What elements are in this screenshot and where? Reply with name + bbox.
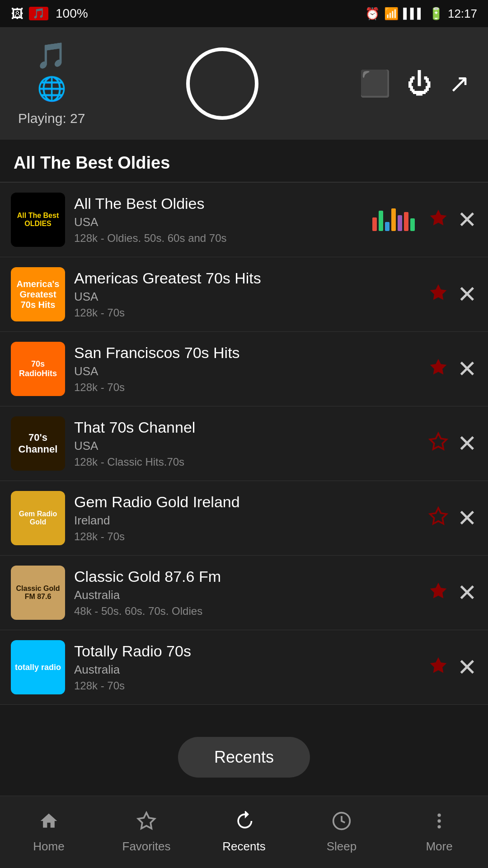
station-item-4[interactable]: 70's Channel That 70s Channel USA 128k -… xyxy=(0,406,488,481)
section-title: All The Best Oldies xyxy=(0,140,488,182)
share-icon[interactable]: ↗ xyxy=(449,69,470,98)
signal-icon: ▌▌▌ xyxy=(403,8,424,19)
station-actions-2: ✕ xyxy=(428,281,477,308)
station-logo-2: America's Greatest 70s Hits xyxy=(11,267,65,321)
station-logo-4: 70's Channel xyxy=(11,416,65,471)
battery-icon: 🔋 xyxy=(429,7,443,21)
station-bitrate-6: 48k - 50s. 60s. 70s. Oldies xyxy=(74,605,419,618)
recents-tooltip: Recents xyxy=(178,737,310,778)
station-country-4: USA xyxy=(74,439,419,453)
svg-marker-7 xyxy=(138,812,155,828)
svg-marker-1 xyxy=(430,284,447,300)
station-name-3: San Franciscos 70s Hits xyxy=(74,344,419,362)
eq-bar xyxy=(404,212,408,231)
station-bitrate-4: 128k - Classic Hits.70s xyxy=(74,456,419,468)
eq-bar xyxy=(372,217,377,231)
station-country-6: Australia xyxy=(74,588,419,602)
station-logo-1: All The Best OLDIES xyxy=(11,193,65,247)
station-item-7[interactable]: totally radio Totally Radio 70s Australi… xyxy=(0,630,488,705)
star-button-3[interactable] xyxy=(428,355,448,382)
station-info-7: Totally Radio 70s Australia 128k - 70s xyxy=(65,642,428,692)
favorites-icon xyxy=(136,811,156,836)
station-logo-5: Gem Radio Gold xyxy=(11,491,65,545)
station-item-5[interactable]: Gem Radio Gold Gem Radio Gold Ireland Ir… xyxy=(0,481,488,556)
content-area: 🎵 🌐 Playing: 27 ⬛ ⏻ ↗ All The Best Oldie… xyxy=(0,27,488,796)
station-item-2[interactable]: America's Greatest 70s Hits Americas Gre… xyxy=(0,257,488,332)
eq-bar xyxy=(398,215,402,231)
recents-icon xyxy=(234,811,254,836)
more-label: More xyxy=(426,840,452,854)
station-name-7: Totally Radio 70s xyxy=(74,642,419,660)
eq-bar xyxy=(410,218,415,231)
nav-recents[interactable]: Recents xyxy=(195,807,293,858)
station-info-2: Americas Greatest 70s Hits USA 128k - 70… xyxy=(65,269,428,319)
station-actions-7: ✕ xyxy=(428,654,477,681)
eq-bar xyxy=(391,208,396,231)
station-actions-4: ✕ xyxy=(428,430,477,457)
music-icon[interactable]: 🎵 xyxy=(36,41,67,71)
station-info-1: All The Best Oldies USA 128k - Oldies. 5… xyxy=(65,195,372,245)
star-button-4[interactable] xyxy=(428,430,448,457)
station-list: All The Best OLDIES All The Best Oldies … xyxy=(0,183,488,796)
nav-sleep[interactable]: Sleep xyxy=(293,807,390,858)
station-country-1: USA xyxy=(74,215,363,229)
remove-button-1[interactable]: ✕ xyxy=(457,206,477,233)
home-icon xyxy=(39,811,59,836)
sleep-icon xyxy=(332,811,352,836)
station-bitrate-5: 128k - 70s xyxy=(74,530,419,543)
svg-marker-5 xyxy=(430,583,447,599)
tooltip-text: Recents xyxy=(214,748,274,766)
wifi-icon: 📶 xyxy=(384,7,399,21)
star-button-5[interactable] xyxy=(428,505,448,532)
station-name-4: That 70s Channel xyxy=(74,419,419,436)
stop-icon[interactable]: ⬛ xyxy=(359,69,391,99)
sleep-label: Sleep xyxy=(327,840,357,854)
station-country-5: Ireland xyxy=(74,514,419,528)
recents-label: Recents xyxy=(222,840,265,854)
nav-home[interactable]: Home xyxy=(0,807,98,858)
station-bitrate-3: 128k - 70s xyxy=(74,381,419,394)
remove-button-3[interactable]: ✕ xyxy=(457,355,477,382)
station-country-7: Australia xyxy=(74,663,419,677)
remove-button-5[interactable]: ✕ xyxy=(457,505,477,532)
nav-favorites[interactable]: Favorites xyxy=(98,807,195,858)
station-info-4: That 70s Channel USA 128k - Classic Hits… xyxy=(65,419,428,468)
svg-point-11 xyxy=(437,825,441,828)
station-logo-7: totally radio xyxy=(11,640,65,694)
station-actions-6: ✕ xyxy=(428,579,477,606)
svg-point-9 xyxy=(437,813,441,816)
station-info-5: Gem Radio Gold Ireland Ireland 128k - 70… xyxy=(65,493,428,543)
nav-more[interactable]: More xyxy=(390,807,488,858)
remove-button-4[interactable]: ✕ xyxy=(457,430,477,457)
station-logo-6: Classic Gold FM 87.6 xyxy=(11,566,65,620)
battery-count: 100% xyxy=(56,6,88,21)
station-name-5: Gem Radio Gold Ireland xyxy=(74,493,419,511)
alarm-icon: ⏰ xyxy=(365,7,380,21)
remove-button-7[interactable]: ✕ xyxy=(457,654,477,681)
svg-point-10 xyxy=(437,819,441,822)
svg-marker-4 xyxy=(430,508,447,524)
remove-button-6[interactable]: ✕ xyxy=(457,579,477,606)
star-button-1[interactable] xyxy=(428,206,448,233)
star-button-6[interactable] xyxy=(428,579,448,606)
station-actions-3: ✕ xyxy=(428,355,477,382)
station-name-6: Classic Gold 87.6 Fm xyxy=(74,568,419,585)
station-item-1[interactable]: All The Best OLDIES All The Best Oldies … xyxy=(0,183,488,257)
globe-icon[interactable]: 🌐 xyxy=(37,75,66,103)
eq-bars xyxy=(372,208,415,231)
pause-button[interactable] xyxy=(186,47,258,120)
star-button-2[interactable] xyxy=(428,281,448,308)
time-display: 12:17 xyxy=(448,7,477,21)
station-item-6[interactable]: Classic Gold FM 87.6 Classic Gold 87.6 F… xyxy=(0,556,488,630)
station-item-3[interactable]: 70s RadioHits San Franciscos 70s Hits US… xyxy=(0,332,488,406)
favorites-label: Favorites xyxy=(122,840,171,854)
star-button-7[interactable] xyxy=(428,654,448,681)
station-name-1: All The Best Oldies xyxy=(74,195,363,212)
player-left-controls: 🎵 🌐 Playing: 27 xyxy=(18,41,85,126)
power-icon[interactable]: ⏻ xyxy=(407,69,432,98)
player-right-controls: ⬛ ⏻ ↗ xyxy=(359,69,470,99)
station-bitrate-7: 128k - 70s xyxy=(74,679,419,692)
remove-button-2[interactable]: ✕ xyxy=(457,281,477,308)
bottom-nav: Home Favorites Recents Sleep xyxy=(0,796,488,868)
svg-marker-3 xyxy=(430,434,447,449)
